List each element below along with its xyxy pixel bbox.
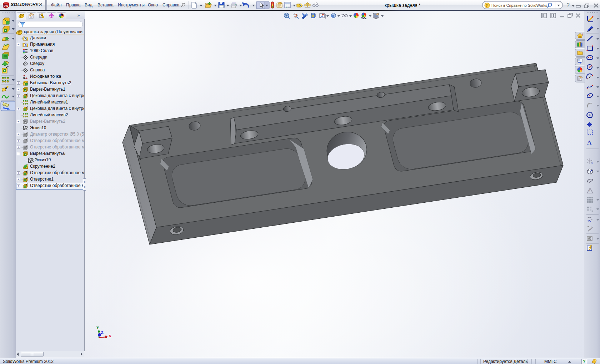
svg-text:!: ! bbox=[589, 189, 590, 193]
svg-text:X: X bbox=[109, 334, 111, 338]
svg-text:?: ? bbox=[566, 2, 570, 8]
svg-text:Y: Y bbox=[96, 325, 99, 330]
svg-text:?: ? bbox=[486, 3, 488, 7]
svg-text:SW: SW bbox=[4, 4, 8, 7]
svg-text:Z: Z bbox=[101, 330, 104, 334]
svg-text:A: A bbox=[587, 139, 592, 146]
